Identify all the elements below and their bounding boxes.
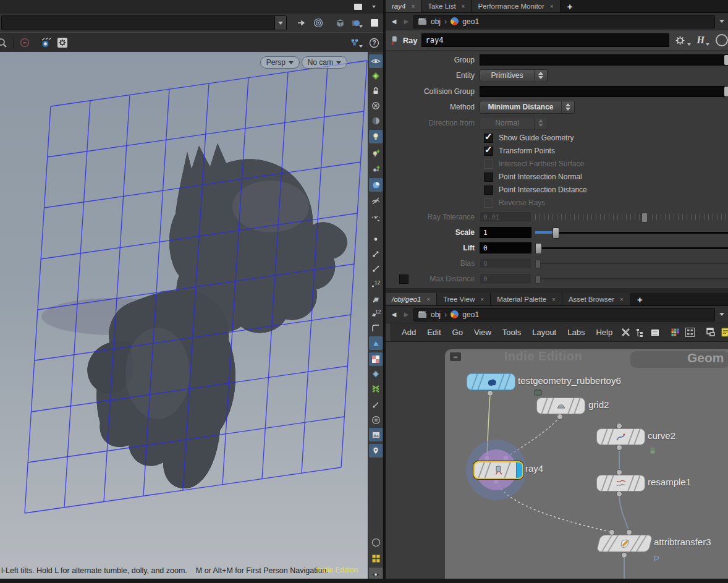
view-combobox-caret-icon[interactable] — [274, 16, 286, 30]
list-mode-icon[interactable] — [649, 326, 661, 339]
pane-splitter[interactable] — [386, 288, 728, 293]
lift-slider[interactable] — [535, 242, 728, 254]
tab-ray4[interactable]: ray4× — [386, 0, 421, 12]
tab-asset-browser[interactable]: Asset Browser× — [562, 293, 630, 305]
close-icon[interactable]: × — [620, 296, 624, 303]
snapping-icon[interactable] — [369, 69, 383, 83]
perspective-view-button[interactable]: Persp — [260, 56, 300, 69]
ghost-other-objects-icon[interactable] — [369, 210, 383, 224]
menu-add[interactable]: Add — [396, 328, 421, 337]
menu-edit[interactable]: Edit — [421, 328, 446, 337]
origin-gnomon-icon[interactable] — [369, 398, 383, 412]
clipped-ring-icon[interactable] — [716, 34, 728, 46]
gear-menu-icon[interactable] — [674, 35, 686, 46]
slider-handle[interactable] — [552, 228, 559, 239]
viewport-layout-icon[interactable] — [369, 551, 383, 565]
show-geometry-icon[interactable] — [369, 54, 383, 68]
node-curve2[interactable] — [596, 428, 645, 445]
pin-pane-icon[interactable] — [294, 16, 308, 30]
point-normals-icon[interactable] — [369, 247, 383, 261]
node-label[interactable]: curve2 — [648, 430, 675, 441]
windows-layers-icon[interactable] — [705, 326, 717, 339]
rubbertoy-model[interactable] — [87, 143, 347, 488]
background-image-icon[interactable] — [369, 428, 383, 441]
vertex-marker-icon[interactable] — [369, 382, 383, 396]
lighting-icon[interactable] — [369, 130, 383, 143]
toolbar-grip[interactable] — [386, 323, 391, 341]
node-resample1[interactable] — [596, 475, 645, 492]
render-region-icon[interactable] — [18, 36, 32, 49]
breadcrumb-geo1[interactable]: geo1 — [462, 310, 479, 319]
tab-performance-monitor[interactable]: Performance Monitor× — [472, 0, 560, 12]
houdini-help-logo-icon[interactable]: H — [697, 35, 705, 46]
node-testgeometry-rubbertoy6[interactable] — [467, 373, 515, 390]
entity-dropdown[interactable]: Primitives — [480, 69, 548, 82]
view-pin-icon[interactable] — [369, 444, 383, 457]
link-target-icon[interactable] — [311, 16, 325, 30]
new-tab-button[interactable]: + — [561, 0, 580, 12]
profile-curves-icon[interactable] — [369, 321, 383, 335]
transform-points-checkbox[interactable] — [484, 147, 493, 156]
no-selection-icon[interactable] — [369, 99, 383, 113]
primitive-numbers-icon[interactable]: 12 — [369, 307, 383, 320]
menu-layout[interactable]: Layout — [527, 328, 562, 337]
spinner-icon[interactable] — [561, 101, 574, 113]
close-icon[interactable]: × — [480, 296, 484, 303]
stow-bar-hierarchy-icon[interactable] — [350, 36, 363, 49]
menu-view[interactable]: View — [468, 328, 497, 337]
lock-icon[interactable] — [369, 84, 383, 98]
spinner-icon[interactable] — [534, 70, 547, 82]
point-numbers-icon[interactable]: 12 — [369, 277, 383, 291]
tree-view-icon[interactable] — [634, 326, 646, 339]
node-label[interactable]: grid2 — [588, 399, 609, 410]
show-guide-geometry-checkbox[interactable] — [484, 134, 493, 143]
add-light-icon[interactable] — [369, 146, 383, 160]
breadcrumb-caret-icon[interactable] — [719, 313, 724, 316]
point-intersection-normal-checkbox[interactable] — [484, 172, 493, 182]
sticky-note-icon[interactable] — [719, 326, 728, 339]
flipbook-icon[interactable] — [38, 36, 52, 49]
view-combobox[interactable] — [1, 15, 287, 30]
scale-slider[interactable] — [535, 226, 728, 239]
close-icon[interactable]: × — [462, 3, 465, 10]
network-overview-icon[interactable] — [684, 326, 696, 339]
snapshot-frame-icon[interactable] — [368, 16, 381, 30]
breadcrumb-geo1[interactable]: geo1 — [462, 17, 479, 26]
network-editor[interactable]: Geom Indie Edition – — [386, 342, 728, 579]
texture-checker-icon[interactable] — [369, 352, 383, 366]
node-label[interactable]: ray4 — [525, 463, 543, 474]
display-options-gear-icon[interactable] — [56, 36, 69, 49]
color-palette-icon[interactable] — [669, 326, 681, 339]
shading-mode-icon[interactable] — [350, 16, 364, 30]
tab-material-palette[interactable]: Material Palette× — [491, 293, 562, 305]
display-points-icon[interactable] — [369, 232, 383, 246]
node-label[interactable]: resample1 — [648, 477, 691, 487]
tools-wrench-icon[interactable] — [619, 326, 632, 339]
camera-select-button[interactable]: No cam — [302, 56, 347, 69]
close-icon[interactable]: × — [550, 3, 554, 10]
forward-arrow-icon[interactable]: ► — [401, 17, 412, 26]
add-camera-icon[interactable] — [369, 162, 383, 176]
scene-viewport[interactable]: Persp No cam l-Left tilts. Hold L for al… — [0, 52, 368, 579]
breadcrumb-obj[interactable]: obj — [431, 310, 441, 319]
node-grid2[interactable] — [536, 398, 585, 414]
hide-other-objects-icon[interactable] — [369, 194, 383, 208]
display-flag[interactable] — [516, 462, 522, 478]
menu-tools[interactable]: Tools — [497, 328, 527, 337]
breadcrumb-caret-icon[interactable] — [719, 20, 724, 23]
lift-field[interactable]: 0 — [480, 242, 531, 253]
geometry-cube-icon[interactable] — [333, 16, 347, 30]
material-sphere-icon[interactable] — [369, 178, 383, 192]
occlusion-sphere-icon[interactable] — [369, 114, 383, 127]
max-distance-enable-checkbox[interactable] — [399, 274, 408, 284]
slider-handle[interactable] — [535, 243, 542, 254]
group-reselect-chip[interactable] — [724, 55, 728, 65]
node-ray4[interactable] — [473, 461, 523, 479]
method-dropdown[interactable]: Minimum Distance — [480, 101, 575, 114]
menu-help[interactable]: Help — [590, 328, 618, 337]
back-arrow-icon[interactable]: ◄ — [389, 310, 399, 319]
collision-reselect-chip[interactable] — [724, 87, 728, 96]
tab-obj-geo1[interactable]: /obj/geo1× — [386, 293, 437, 305]
help-icon[interactable]: ? — [367, 36, 381, 49]
display-primitives-icon[interactable] — [369, 292, 383, 305]
